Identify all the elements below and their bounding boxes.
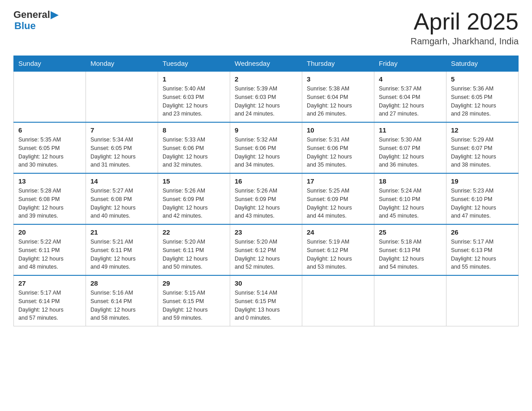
day-number: 5 (451, 75, 514, 83)
calendar-cell: 25Sunrise: 5:18 AM Sunset: 6:13 PM Dayli… (374, 224, 446, 275)
day-number: 18 (379, 177, 442, 185)
day-number: 20 (18, 228, 81, 236)
calendar-cell (302, 275, 374, 326)
day-info: Sunrise: 5:39 AM Sunset: 6:03 PM Dayligh… (235, 85, 297, 118)
calendar-cell: 6Sunrise: 5:35 AM Sunset: 6:05 PM Daylig… (14, 122, 86, 173)
day-number: 7 (90, 126, 153, 134)
calendar-week-row: 6Sunrise: 5:35 AM Sunset: 6:05 PM Daylig… (14, 122, 519, 173)
day-number: 30 (235, 279, 297, 287)
logo-text-blue: Blue (14, 20, 59, 31)
weekday-header-tuesday: Tuesday (158, 56, 230, 72)
calendar-cell: 3Sunrise: 5:38 AM Sunset: 6:04 PM Daylig… (302, 71, 374, 122)
day-number: 9 (235, 126, 297, 134)
logo: General Blue (13, 9, 59, 32)
day-info: Sunrise: 5:19 AM Sunset: 6:12 PM Dayligh… (307, 238, 369, 271)
calendar-cell: 8Sunrise: 5:33 AM Sunset: 6:06 PM Daylig… (158, 122, 230, 173)
weekday-header-monday: Monday (86, 56, 158, 72)
weekday-header-saturday: Saturday (446, 56, 519, 72)
day-number: 11 (379, 126, 442, 134)
calendar-cell: 22Sunrise: 5:20 AM Sunset: 6:11 PM Dayli… (158, 224, 230, 275)
day-number: 27 (18, 279, 81, 287)
day-info: Sunrise: 5:32 AM Sunset: 6:06 PM Dayligh… (235, 136, 297, 169)
day-number: 29 (163, 279, 225, 287)
calendar-week-row: 1Sunrise: 5:40 AM Sunset: 6:03 PM Daylig… (14, 71, 519, 122)
calendar-cell (446, 275, 519, 326)
calendar-cell: 17Sunrise: 5:25 AM Sunset: 6:09 PM Dayli… (302, 173, 374, 224)
calendar-week-row: 20Sunrise: 5:22 AM Sunset: 6:11 PM Dayli… (14, 224, 519, 275)
calendar-cell: 7Sunrise: 5:34 AM Sunset: 6:05 PM Daylig… (86, 122, 158, 173)
day-info: Sunrise: 5:33 AM Sunset: 6:06 PM Dayligh… (163, 136, 225, 169)
day-info: Sunrise: 5:38 AM Sunset: 6:04 PM Dayligh… (307, 85, 369, 118)
calendar-cell: 1Sunrise: 5:40 AM Sunset: 6:03 PM Daylig… (158, 71, 230, 122)
svg-marker-0 (51, 11, 59, 19)
calendar-cell: 14Sunrise: 5:27 AM Sunset: 6:08 PM Dayli… (86, 173, 158, 224)
calendar-week-row: 13Sunrise: 5:28 AM Sunset: 6:08 PM Dayli… (14, 173, 519, 224)
calendar-cell: 29Sunrise: 5:15 AM Sunset: 6:15 PM Dayli… (158, 275, 230, 326)
logo-text-general: General (13, 9, 50, 20)
weekday-header-friday: Friday (374, 56, 446, 72)
day-info: Sunrise: 5:25 AM Sunset: 6:09 PM Dayligh… (307, 187, 369, 220)
calendar-table: SundayMondayTuesdayWednesdayThursdayFrid… (13, 56, 519, 326)
calendar-cell: 19Sunrise: 5:23 AM Sunset: 6:10 PM Dayli… (446, 173, 519, 224)
day-info: Sunrise: 5:18 AM Sunset: 6:13 PM Dayligh… (379, 238, 442, 271)
day-number: 13 (18, 177, 81, 185)
day-info: Sunrise: 5:29 AM Sunset: 6:07 PM Dayligh… (451, 136, 514, 169)
day-number: 3 (307, 75, 369, 83)
day-info: Sunrise: 5:24 AM Sunset: 6:10 PM Dayligh… (379, 187, 442, 220)
day-number: 21 (90, 228, 153, 236)
day-number: 6 (18, 126, 81, 134)
weekday-header-wednesday: Wednesday (230, 56, 302, 72)
calendar-cell: 5Sunrise: 5:36 AM Sunset: 6:05 PM Daylig… (446, 71, 519, 122)
day-info: Sunrise: 5:17 AM Sunset: 6:14 PM Dayligh… (18, 289, 81, 322)
title-block: April 2025 Ramgarh, Jharkhand, India (411, 9, 519, 47)
day-number: 24 (307, 228, 369, 236)
day-number: 14 (90, 177, 153, 185)
logo-arrow-icon (51, 11, 59, 19)
month-title: April 2025 (411, 9, 519, 34)
day-number: 25 (379, 228, 442, 236)
day-number: 12 (451, 126, 514, 134)
day-info: Sunrise: 5:28 AM Sunset: 6:08 PM Dayligh… (18, 187, 81, 220)
calendar-cell: 24Sunrise: 5:19 AM Sunset: 6:12 PM Dayli… (302, 224, 374, 275)
calendar-cell (374, 275, 446, 326)
calendar-cell: 11Sunrise: 5:30 AM Sunset: 6:07 PM Dayli… (374, 122, 446, 173)
calendar-cell: 2Sunrise: 5:39 AM Sunset: 6:03 PM Daylig… (230, 71, 302, 122)
day-number: 23 (235, 228, 297, 236)
calendar-cell: 13Sunrise: 5:28 AM Sunset: 6:08 PM Dayli… (14, 173, 86, 224)
location-title: Ramgarh, Jharkhand, India (411, 36, 519, 47)
calendar-cell: 23Sunrise: 5:20 AM Sunset: 6:12 PM Dayli… (230, 224, 302, 275)
day-number: 22 (163, 228, 225, 236)
day-number: 16 (235, 177, 297, 185)
page-header: General Blue April 2025 Ramgarh, Jharkha… (13, 9, 519, 47)
day-info: Sunrise: 5:16 AM Sunset: 6:14 PM Dayligh… (90, 289, 153, 322)
calendar-header-row: SundayMondayTuesdayWednesdayThursdayFrid… (14, 56, 519, 72)
day-info: Sunrise: 5:34 AM Sunset: 6:05 PM Dayligh… (90, 136, 153, 169)
calendar-cell (86, 71, 158, 122)
day-number: 2 (235, 75, 297, 83)
calendar-cell: 4Sunrise: 5:37 AM Sunset: 6:04 PM Daylig… (374, 71, 446, 122)
day-info: Sunrise: 5:27 AM Sunset: 6:08 PM Dayligh… (90, 187, 153, 220)
day-info: Sunrise: 5:26 AM Sunset: 6:09 PM Dayligh… (235, 187, 297, 220)
calendar-cell: 10Sunrise: 5:31 AM Sunset: 6:06 PM Dayli… (302, 122, 374, 173)
calendar-cell: 30Sunrise: 5:14 AM Sunset: 6:15 PM Dayli… (230, 275, 302, 326)
day-info: Sunrise: 5:26 AM Sunset: 6:09 PM Dayligh… (163, 187, 225, 220)
day-number: 4 (379, 75, 442, 83)
calendar-cell: 28Sunrise: 5:16 AM Sunset: 6:14 PM Dayli… (86, 275, 158, 326)
calendar-cell: 16Sunrise: 5:26 AM Sunset: 6:09 PM Dayli… (230, 173, 302, 224)
day-number: 10 (307, 126, 369, 134)
day-info: Sunrise: 5:36 AM Sunset: 6:05 PM Dayligh… (451, 85, 514, 118)
calendar-cell: 12Sunrise: 5:29 AM Sunset: 6:07 PM Dayli… (446, 122, 519, 173)
day-info: Sunrise: 5:22 AM Sunset: 6:11 PM Dayligh… (18, 238, 81, 271)
day-info: Sunrise: 5:23 AM Sunset: 6:10 PM Dayligh… (451, 187, 514, 220)
day-info: Sunrise: 5:14 AM Sunset: 6:15 PM Dayligh… (235, 289, 297, 322)
day-number: 28 (90, 279, 153, 287)
calendar-week-row: 27Sunrise: 5:17 AM Sunset: 6:14 PM Dayli… (14, 275, 519, 326)
day-info: Sunrise: 5:20 AM Sunset: 6:12 PM Dayligh… (235, 238, 297, 271)
day-info: Sunrise: 5:40 AM Sunset: 6:03 PM Dayligh… (163, 85, 225, 118)
day-info: Sunrise: 5:31 AM Sunset: 6:06 PM Dayligh… (307, 136, 369, 169)
calendar-cell: 27Sunrise: 5:17 AM Sunset: 6:14 PM Dayli… (14, 275, 86, 326)
day-number: 1 (163, 75, 225, 83)
calendar-cell: 21Sunrise: 5:21 AM Sunset: 6:11 PM Dayli… (86, 224, 158, 275)
calendar-cell: 18Sunrise: 5:24 AM Sunset: 6:10 PM Dayli… (374, 173, 446, 224)
day-info: Sunrise: 5:30 AM Sunset: 6:07 PM Dayligh… (379, 136, 442, 169)
